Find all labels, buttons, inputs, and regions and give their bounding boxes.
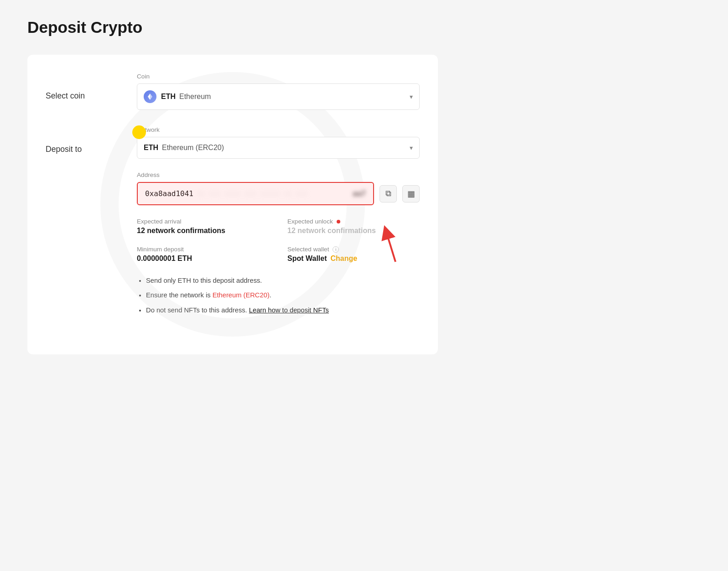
wallet-row: Spot Wallet Change: [287, 254, 420, 263]
deposit-to-row: Deposit to Network ETH Ethereum (ERC20) …: [46, 126, 420, 320]
eth-icon: [144, 90, 156, 103]
network-select[interactable]: ETH Ethereum (ERC20) ▾: [137, 137, 420, 159]
selected-wallet-label: Selected wallet i: [287, 246, 420, 253]
minimum-deposit-label: Minimum deposit: [137, 246, 269, 253]
address-row: 0xa8aad1041 ·· ··· ···· ··· ····· ·· ···…: [137, 182, 420, 205]
note-item-2: Ensure the network is Ethereum (ERC20).: [146, 290, 420, 300]
expected-unlock-label: Expected unlock: [287, 218, 420, 225]
qr-button[interactable]: ▦: [402, 185, 420, 202]
info-grid: Expected arrival 12 network confirmation…: [137, 218, 420, 263]
coin-field-label: Coin: [137, 73, 420, 80]
address-visible: 0xa8aad1041: [145, 189, 193, 198]
select-coin-label: Select coin: [46, 73, 137, 101]
wallet-value: Spot Wallet: [287, 254, 327, 263]
address-middle: ·· ··· ···· ··· ····· ·· ···: [197, 190, 349, 197]
minimum-deposit-value: 0.00000001 ETH: [137, 254, 269, 263]
select-coin-row: Select coin Coin ETH Ethereum: [46, 73, 420, 110]
expected-arrival: Expected arrival 12 network confirmation…: [137, 218, 269, 235]
coin-name: Ethereum: [179, 93, 211, 101]
notes-list: Send only ETH to this deposit address. E…: [137, 275, 420, 315]
page-title: Deposit Crypto: [27, 18, 701, 36]
expected-unlock-value: 12 network confirmations: [287, 227, 420, 235]
note-highlight: Ethereum (ERC20): [213, 291, 270, 299]
network-ticker: ETH: [144, 144, 158, 152]
address-end: aa7: [353, 189, 366, 198]
expected-arrival-value: 12 network confirmations: [137, 227, 269, 235]
address-box: 0xa8aad1041 ·· ··· ···· ··· ····· ·· ···…: [137, 182, 374, 205]
selected-wallet: Selected wallet i Spot Wallet Change: [287, 246, 420, 263]
select-coin-content: Coin ETH Ethereum ▾: [137, 73, 420, 110]
red-dot-indicator: [337, 220, 340, 223]
network-chevron-icon: ▾: [410, 144, 413, 151]
expected-arrival-label: Expected arrival: [137, 218, 269, 225]
qr-icon: ▦: [407, 189, 415, 199]
copy-button[interactable]: ⧉: [380, 185, 397, 202]
coin-select[interactable]: ETH Ethereum ▾: [137, 83, 420, 110]
network-name: Ethereum (ERC20): [162, 144, 224, 152]
learn-nft-link[interactable]: Learn how to deposit NFTs: [249, 306, 329, 314]
deposit-to-label: Deposit to: [46, 126, 137, 154]
chevron-down-icon: ▾: [410, 93, 413, 100]
note-item-1: Send only ETH to this deposit address.: [146, 275, 420, 286]
info-icon[interactable]: i: [333, 246, 339, 253]
network-select-display[interactable]: ETH Ethereum (ERC20): [137, 137, 419, 158]
address-section: Address 0xa8aad1041 ·· ··· ···· ··· ····…: [137, 171, 420, 205]
deposit-to-content: Network ETH Ethereum (ERC20) ▾ Address 0…: [137, 126, 420, 320]
minimum-deposit: Minimum deposit 0.00000001 ETH: [137, 246, 269, 263]
note-item-3: Do not send NFTs to this address. Learn …: [146, 305, 420, 315]
change-wallet-link[interactable]: Change: [331, 254, 358, 263]
expected-unlock: Expected unlock 12 network confirmations: [287, 218, 420, 235]
copy-icon: ⧉: [385, 189, 391, 198]
coin-select-display[interactable]: ETH Ethereum: [137, 84, 419, 109]
main-content: Select coin Coin ETH Ethereum: [27, 55, 438, 354]
address-field-label: Address: [137, 171, 420, 178]
network-field-label: Network: [137, 126, 420, 133]
coin-ticker: ETH: [161, 93, 176, 101]
